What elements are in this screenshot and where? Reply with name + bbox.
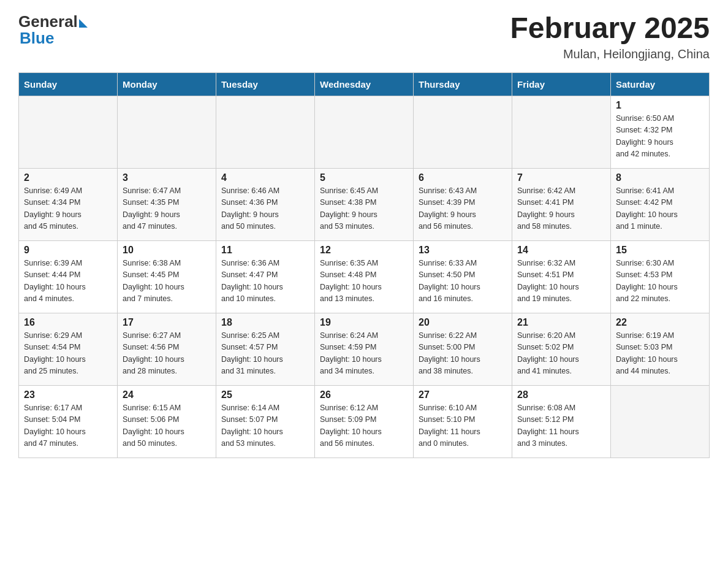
day-number: 8 [616,172,704,183]
day-info: Sunrise: 6:14 AM Sunset: 5:07 PM Dayligh… [221,402,309,450]
day-number: 19 [320,317,408,328]
day-number: 26 [320,389,408,400]
day-info: Sunrise: 6:43 AM Sunset: 4:39 PM Dayligh… [419,185,507,233]
calendar-cell: 15Sunrise: 6:30 AM Sunset: 4:53 PM Dayli… [611,240,710,313]
day-info: Sunrise: 6:32 AM Sunset: 4:51 PM Dayligh… [517,258,605,305]
calendar-body: 1Sunrise: 6:50 AM Sunset: 4:32 PM Daylig… [19,96,710,458]
weekday-header-thursday: Thursday [414,72,512,96]
day-info: Sunrise: 6:25 AM Sunset: 4:57 PM Dayligh… [221,330,309,378]
calendar-cell: 9Sunrise: 6:39 AM Sunset: 4:44 PM Daylig… [19,240,118,313]
logo-triangle-icon [79,19,88,28]
calendar-cell: 27Sunrise: 6:10 AM Sunset: 5:10 PM Dayli… [414,385,512,458]
weekday-header-wednesday: Wednesday [315,72,414,96]
day-info: Sunrise: 6:10 AM Sunset: 5:10 PM Dayligh… [419,402,507,450]
calendar-cell [315,96,414,168]
logo-blue-text: Blue [18,29,54,48]
day-info: Sunrise: 6:46 AM Sunset: 4:36 PM Dayligh… [221,185,309,233]
day-info: Sunrise: 6:36 AM Sunset: 4:47 PM Dayligh… [221,258,309,305]
day-number: 15 [616,245,704,256]
weekday-header-saturday: Saturday [611,72,710,96]
week-row-4: 16Sunrise: 6:29 AM Sunset: 4:54 PM Dayli… [19,313,710,385]
page-header: General Blue February 2025 Mulan, Heilon… [18,12,710,61]
calendar-header: SundayMondayTuesdayWednesdayThursdayFrid… [19,72,710,96]
day-number: 11 [221,245,309,256]
day-number: 22 [616,317,704,328]
day-number: 7 [517,172,605,183]
day-info: Sunrise: 6:41 AM Sunset: 4:42 PM Dayligh… [616,185,704,233]
calendar-cell: 22Sunrise: 6:19 AM Sunset: 5:03 PM Dayli… [611,313,710,385]
day-info: Sunrise: 6:08 AM Sunset: 5:12 PM Dayligh… [517,402,605,450]
day-info: Sunrise: 6:19 AM Sunset: 5:03 PM Dayligh… [616,330,704,378]
calendar-cell [611,385,710,458]
calendar-cell [19,96,118,168]
calendar-cell: 6Sunrise: 6:43 AM Sunset: 4:39 PM Daylig… [414,168,512,240]
calendar-cell: 5Sunrise: 6:45 AM Sunset: 4:38 PM Daylig… [315,168,414,240]
day-info: Sunrise: 6:22 AM Sunset: 5:00 PM Dayligh… [419,330,507,378]
weekday-header-friday: Friday [512,72,611,96]
calendar-cell: 25Sunrise: 6:14 AM Sunset: 5:07 PM Dayli… [216,385,315,458]
day-number: 13 [419,245,507,256]
location-title: Mulan, Heilongjiang, China [510,47,710,61]
day-info: Sunrise: 6:27 AM Sunset: 4:56 PM Dayligh… [123,330,211,378]
calendar-cell: 11Sunrise: 6:36 AM Sunset: 4:47 PM Dayli… [216,240,315,313]
day-info: Sunrise: 6:50 AM Sunset: 4:32 PM Dayligh… [616,113,704,161]
weekday-header-row: SundayMondayTuesdayWednesdayThursdayFrid… [19,72,710,96]
calendar-cell: 24Sunrise: 6:15 AM Sunset: 5:06 PM Dayli… [118,385,216,458]
calendar-cell: 16Sunrise: 6:29 AM Sunset: 4:54 PM Dayli… [19,313,118,385]
day-number: 5 [320,172,408,183]
day-info: Sunrise: 6:33 AM Sunset: 4:50 PM Dayligh… [419,258,507,305]
calendar-cell: 7Sunrise: 6:42 AM Sunset: 4:41 PM Daylig… [512,168,611,240]
day-number: 17 [123,317,211,328]
day-number: 21 [517,317,605,328]
day-number: 6 [419,172,507,183]
calendar-cell: 13Sunrise: 6:33 AM Sunset: 4:50 PM Dayli… [414,240,512,313]
day-number: 1 [616,100,704,111]
calendar-cell: 14Sunrise: 6:32 AM Sunset: 4:51 PM Dayli… [512,240,611,313]
day-info: Sunrise: 6:35 AM Sunset: 4:48 PM Dayligh… [320,258,408,305]
calendar-cell: 18Sunrise: 6:25 AM Sunset: 4:57 PM Dayli… [216,313,315,385]
day-info: Sunrise: 6:47 AM Sunset: 4:35 PM Dayligh… [123,185,211,233]
week-row-3: 9Sunrise: 6:39 AM Sunset: 4:44 PM Daylig… [19,240,710,313]
calendar-cell: 23Sunrise: 6:17 AM Sunset: 5:04 PM Dayli… [19,385,118,458]
day-info: Sunrise: 6:17 AM Sunset: 5:04 PM Dayligh… [24,402,112,450]
day-info: Sunrise: 6:29 AM Sunset: 4:54 PM Dayligh… [24,330,112,378]
calendar-cell: 19Sunrise: 6:24 AM Sunset: 4:59 PM Dayli… [315,313,414,385]
week-row-1: 1Sunrise: 6:50 AM Sunset: 4:32 PM Daylig… [19,96,710,168]
day-info: Sunrise: 6:38 AM Sunset: 4:45 PM Dayligh… [123,258,211,305]
calendar-table: SundayMondayTuesdayWednesdayThursdayFrid… [18,72,710,458]
day-number: 18 [221,317,309,328]
day-number: 24 [123,389,211,400]
calendar-cell [118,96,216,168]
calendar-cell: 1Sunrise: 6:50 AM Sunset: 4:32 PM Daylig… [611,96,710,168]
title-block: February 2025 Mulan, Heilongjiang, China [510,12,710,61]
calendar-cell: 26Sunrise: 6:12 AM Sunset: 5:09 PM Dayli… [315,385,414,458]
day-info: Sunrise: 6:24 AM Sunset: 4:59 PM Dayligh… [320,330,408,378]
day-number: 16 [24,317,112,328]
day-number: 23 [24,389,112,400]
calendar-cell: 3Sunrise: 6:47 AM Sunset: 4:35 PM Daylig… [118,168,216,240]
calendar-cell: 21Sunrise: 6:20 AM Sunset: 5:02 PM Dayli… [512,313,611,385]
calendar-cell: 4Sunrise: 6:46 AM Sunset: 4:36 PM Daylig… [216,168,315,240]
logo: General Blue [18,12,88,48]
day-number: 4 [221,172,309,183]
month-title: February 2025 [510,12,710,45]
calendar-cell: 17Sunrise: 6:27 AM Sunset: 4:56 PM Dayli… [118,313,216,385]
weekday-header-tuesday: Tuesday [216,72,315,96]
day-info: Sunrise: 6:42 AM Sunset: 4:41 PM Dayligh… [517,185,605,233]
day-number: 9 [24,245,112,256]
day-number: 25 [221,389,309,400]
day-info: Sunrise: 6:49 AM Sunset: 4:34 PM Dayligh… [24,185,112,233]
day-number: 12 [320,245,408,256]
calendar-cell: 2Sunrise: 6:49 AM Sunset: 4:34 PM Daylig… [19,168,118,240]
calendar-cell: 12Sunrise: 6:35 AM Sunset: 4:48 PM Dayli… [315,240,414,313]
week-row-5: 23Sunrise: 6:17 AM Sunset: 5:04 PM Dayli… [19,385,710,458]
day-info: Sunrise: 6:12 AM Sunset: 5:09 PM Dayligh… [320,402,408,450]
calendar-cell: 28Sunrise: 6:08 AM Sunset: 5:12 PM Dayli… [512,385,611,458]
day-number: 10 [123,245,211,256]
week-row-2: 2Sunrise: 6:49 AM Sunset: 4:34 PM Daylig… [19,168,710,240]
day-info: Sunrise: 6:15 AM Sunset: 5:06 PM Dayligh… [123,402,211,450]
day-info: Sunrise: 6:39 AM Sunset: 4:44 PM Dayligh… [24,258,112,305]
calendar-cell: 10Sunrise: 6:38 AM Sunset: 4:45 PM Dayli… [118,240,216,313]
day-info: Sunrise: 6:20 AM Sunset: 5:02 PM Dayligh… [517,330,605,378]
day-number: 20 [419,317,507,328]
